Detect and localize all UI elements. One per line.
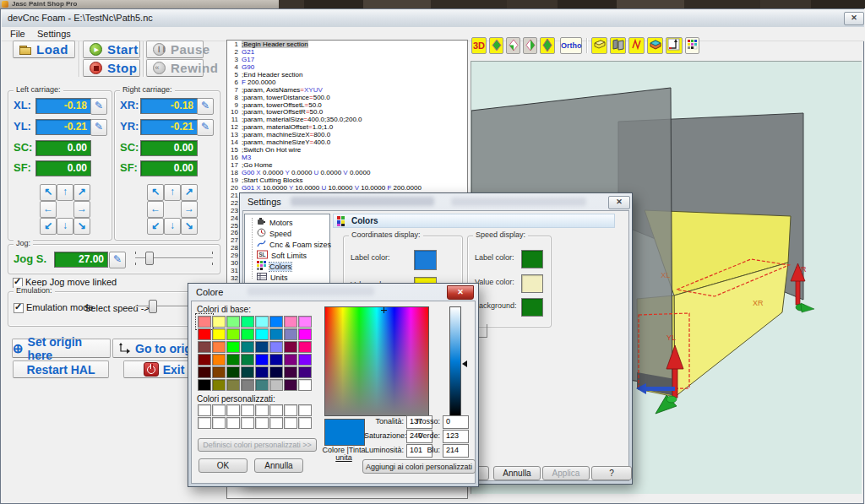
- custom-color-swatch[interactable]: [269, 404, 283, 416]
- gcode-line[interactable]: 18G00 X 0.0000 Y 0.0000 U 0.0000 V 0.000…: [227, 169, 467, 176]
- basic-color-swatch[interactable]: [198, 316, 211, 328]
- basic-color-swatch[interactable]: [284, 328, 297, 340]
- gcode-line[interactable]: 8;param, towerDistance=500.0: [227, 94, 467, 101]
- gcode-line[interactable]: 15;Switch On Hot wire: [227, 146, 467, 154]
- gcode-line[interactable]: 20G01 X 10.0000 Y 10.0000 U 10.0000 V 10…: [227, 184, 467, 192]
- view-front-button[interactable]: [540, 37, 555, 54]
- gcode-line[interactable]: 11;param, materialSize=400.0;350.0;200.0: [227, 116, 467, 123]
- basic-color-swatch[interactable]: [241, 328, 254, 340]
- jog-arrow-button[interactable]: ↑: [164, 184, 181, 201]
- custom-color-swatch[interactable]: [212, 417, 226, 429]
- basic-color-swatch[interactable]: [226, 328, 240, 340]
- show-path-button[interactable]: [628, 37, 645, 54]
- custom-color-swatch[interactable]: [255, 417, 269, 429]
- emulation-mode-checkbox[interactable]: [14, 303, 24, 313]
- luminosity-bar[interactable]: [449, 306, 461, 416]
- gcode-line[interactable]: 6F 200.0000: [227, 79, 467, 86]
- origin-view-button[interactable]: [666, 37, 683, 54]
- basic-color-swatch[interactable]: [269, 379, 283, 391]
- basic-color-swatch[interactable]: [226, 379, 240, 391]
- menu-file[interactable]: File: [10, 29, 25, 39]
- basic-color-swatch[interactable]: [212, 366, 226, 378]
- gcode-line[interactable]: 7;param, AxisNames=XYUV: [227, 86, 467, 94]
- edit-pencil-button[interactable]: ✎: [90, 119, 107, 136]
- basic-color-swatch[interactable]: [226, 354, 240, 366]
- basic-color-swatch[interactable]: [255, 379, 269, 391]
- custom-color-swatch[interactable]: [198, 404, 211, 416]
- field-value[interactable]: 0: [443, 415, 469, 429]
- basic-color-swatch[interactable]: [284, 354, 297, 366]
- add-to-custom-button[interactable]: Aggiungi ai colori personalizzati: [362, 459, 476, 474]
- load-button[interactable]: Load: [13, 41, 75, 58]
- set-origin-button[interactable]: ⊕ Set origin here: [12, 339, 111, 358]
- basic-color-swatch[interactable]: [212, 316, 226, 328]
- menu-settings[interactable]: Settings: [37, 29, 71, 39]
- gcode-line[interactable]: 19;Start Cutting Blocks: [227, 176, 467, 184]
- tree-item-cnc-foam-sizes[interactable]: Cnc & Foam sizes: [257, 239, 331, 250]
- jog-arrow-button[interactable]: ↗: [73, 184, 90, 201]
- custom-color-swatch[interactable]: [241, 417, 254, 429]
- color-swatch[interactable]: [521, 250, 543, 268]
- field-value[interactable]: 123: [443, 430, 469, 443]
- gcode-line[interactable]: 14;param, machineSizeY=400.0: [227, 138, 467, 146]
- apply-button[interactable]: Applica: [542, 466, 590, 480]
- basic-color-swatch[interactable]: [255, 316, 269, 328]
- basic-color-swatch[interactable]: [198, 328, 211, 340]
- basic-color-swatch[interactable]: [284, 366, 297, 378]
- gcode-line[interactable]: 16M3: [227, 154, 467, 161]
- basic-color-swatch[interactable]: [241, 366, 254, 378]
- basic-color-swatch[interactable]: [298, 316, 312, 328]
- basic-color-swatch[interactable]: [198, 341, 211, 353]
- ortho-button[interactable]: Ortho: [560, 37, 582, 54]
- gcode-line[interactable]: 2G21: [227, 48, 467, 56]
- basic-color-swatch[interactable]: [255, 341, 269, 353]
- basic-color-swatch[interactable]: [269, 354, 283, 366]
- basic-color-swatch[interactable]: [269, 328, 283, 340]
- start-button[interactable]: ▶ Start: [83, 41, 140, 58]
- basic-color-swatch[interactable]: [298, 328, 312, 340]
- basic-color-swatch[interactable]: [298, 379, 312, 391]
- tree-item-colors[interactable]: Colors: [257, 261, 291, 272]
- custom-color-swatch[interactable]: [269, 417, 283, 429]
- basic-color-swatch[interactable]: [241, 316, 254, 328]
- edit-pencil-button[interactable]: ✎: [90, 98, 107, 115]
- slider-thumb[interactable]: [149, 300, 157, 313]
- gcode-line[interactable]: 17;Go Home: [227, 161, 467, 169]
- edit-pencil-button[interactable]: ✎: [197, 119, 214, 136]
- view-left-button[interactable]: [506, 37, 520, 54]
- jog-arrow-button[interactable]: ↗: [181, 184, 198, 201]
- jog-arrow-button[interactable]: ↓: [164, 218, 181, 235]
- gcode-line[interactable]: 12;param, materialOffset=1.0;1.0: [227, 123, 467, 131]
- tree-item-speed[interactable]: Speed: [257, 228, 291, 239]
- view-colors-button[interactable]: [685, 37, 699, 54]
- jog-arrow-button[interactable]: ↑: [57, 184, 73, 201]
- gcode-line[interactable]: 4G90: [227, 63, 467, 71]
- jog-arrow-button[interactable]: ↙: [40, 218, 57, 235]
- jog-arrow-button[interactable]: →: [73, 201, 90, 218]
- show-foam-button[interactable]: [591, 37, 607, 54]
- gcode-line[interactable]: 3G17: [227, 56, 467, 63]
- custom-color-swatch[interactable]: [298, 404, 312, 416]
- basic-color-swatch[interactable]: [212, 328, 226, 340]
- custom-color-swatch[interactable]: [284, 404, 297, 416]
- basic-color-swatch[interactable]: [241, 379, 254, 391]
- basic-color-swatch[interactable]: [241, 341, 254, 353]
- pause-button[interactable]: ❙❙ Pause: [146, 41, 204, 58]
- basic-color-swatch[interactable]: [212, 354, 226, 366]
- basic-color-swatch[interactable]: [298, 354, 312, 366]
- basic-color-swatch[interactable]: [298, 341, 312, 353]
- jog-arrow-button[interactable]: ↘: [73, 218, 90, 235]
- close-icon[interactable]: ✕: [608, 196, 630, 209]
- custom-color-swatch[interactable]: [198, 417, 211, 429]
- help-button[interactable]: ?: [591, 466, 632, 480]
- color-swatch[interactable]: [521, 274, 543, 293]
- basic-color-swatch[interactable]: [212, 341, 226, 353]
- show-block-button[interactable]: [647, 37, 663, 54]
- cancel-button[interactable]: Annulla: [493, 466, 541, 480]
- rewind-button[interactable]: « Rewind: [146, 59, 204, 77]
- close-icon[interactable]: ✕: [447, 285, 474, 300]
- gcode-line[interactable]: 1;Begin Header section: [227, 41, 467, 48]
- jog-arrow-button[interactable]: ↖: [40, 184, 57, 201]
- gcode-line[interactable]: 10;param, towerOffsetR=50.0: [227, 108, 467, 116]
- basic-color-swatch[interactable]: [226, 366, 240, 378]
